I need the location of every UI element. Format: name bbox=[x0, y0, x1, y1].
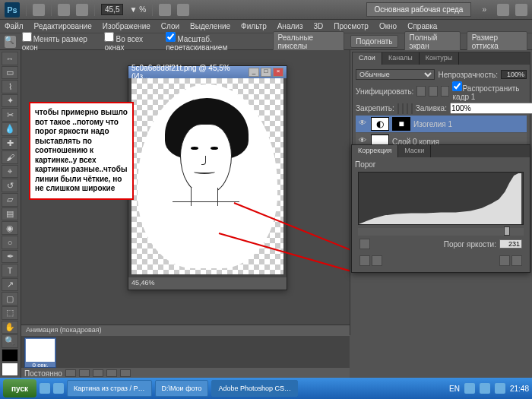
tab-layers[interactable]: Слои bbox=[353, 52, 382, 65]
dodge-tool-icon[interactable]: ○ bbox=[2, 236, 18, 249]
reset-icon[interactable] bbox=[499, 255, 510, 266]
stamp-tool-icon[interactable]: ⌖ bbox=[2, 165, 18, 179]
lasso-tool-icon[interactable]: ⌇ bbox=[2, 80, 18, 93]
opt-allwindows[interactable]: Во всех окнах bbox=[104, 32, 160, 52]
minimize-icon[interactable] bbox=[497, 4, 509, 16]
opacity-field[interactable] bbox=[501, 70, 527, 79]
window-max-icon[interactable]: □ bbox=[261, 68, 271, 77]
threshold-value-field[interactable] bbox=[499, 239, 522, 249]
opt-dragzoom[interactable]: Масштаб. перетаскиванием bbox=[166, 32, 266, 52]
eyedropper-tool-icon[interactable]: 💧 bbox=[2, 122, 18, 136]
lock-all-icon[interactable] bbox=[411, 103, 413, 114]
tray-icon[interactable] bbox=[495, 383, 505, 394]
menu-filter[interactable]: Фильтр bbox=[241, 22, 267, 30]
last-frame-icon[interactable] bbox=[120, 369, 131, 377]
hand-tool-icon[interactable]: ✋ bbox=[2, 321, 18, 334]
more-icon[interactable]: » bbox=[482, 5, 486, 14]
next-frame-icon[interactable] bbox=[106, 369, 117, 377]
crop-tool-icon[interactable]: ✂ bbox=[2, 108, 18, 122]
workspace-button[interactable]: Основная рабочая среда bbox=[366, 2, 472, 17]
shape-tool-icon[interactable]: ▢ bbox=[2, 292, 18, 306]
threshold-slider[interactable] bbox=[358, 228, 524, 236]
menu-analysis[interactable]: Анализ bbox=[277, 22, 303, 30]
menu-image[interactable]: Изображение bbox=[103, 22, 150, 30]
menu-view[interactable]: Просмотр bbox=[334, 22, 369, 30]
menu-3d[interactable]: 3D bbox=[313, 22, 323, 30]
threshold-panel[interactable]: Коррекция Маски Порог Порог яркости: bbox=[351, 144, 530, 273]
unify-icon[interactable] bbox=[441, 86, 450, 97]
delete-icon[interactable] bbox=[511, 255, 522, 266]
visibility-icon[interactable]: 👁 bbox=[357, 119, 368, 129]
language-indicator[interactable]: EN bbox=[449, 385, 460, 393]
first-frame-icon[interactable] bbox=[65, 369, 76, 377]
opt-resize[interactable]: Менять размер окон bbox=[22, 32, 99, 52]
play-icon[interactable] bbox=[93, 369, 103, 377]
eraser-tool-icon[interactable]: ▱ bbox=[2, 193, 18, 207]
tray-icon[interactable] bbox=[480, 383, 490, 394]
panel-icon[interactable] bbox=[359, 255, 370, 266]
menu-help[interactable]: Справка bbox=[407, 22, 437, 30]
menu-layer[interactable]: Слои bbox=[161, 22, 179, 30]
menu-window[interactable]: Окно bbox=[379, 22, 397, 30]
zoom-field[interactable]: 45,5 bbox=[101, 4, 123, 15]
move-tool-icon[interactable]: ↔ bbox=[2, 52, 18, 65]
clip-icon[interactable] bbox=[359, 239, 370, 249]
document-titlebar[interactable]: 5c0a6e8d8f21t.png @ 45,5% (Из… _ □ × bbox=[128, 66, 287, 78]
panel-icon[interactable] bbox=[372, 255, 382, 266]
menu-file[interactable]: Файл bbox=[5, 22, 24, 30]
close-icon[interactable] bbox=[515, 4, 527, 16]
lock-trans-icon[interactable] bbox=[397, 103, 399, 114]
opt-printsize[interactable]: Размер оттиска bbox=[467, 31, 527, 52]
tray-icon[interactable] bbox=[464, 383, 475, 394]
blur-tool-icon[interactable]: ◉ bbox=[2, 221, 18, 235]
document-window[interactable]: 5c0a6e8d8f21t.png @ 45,5% (Из… _ □ × bbox=[128, 65, 287, 290]
wand-tool-icon[interactable]: ✦ bbox=[2, 94, 18, 108]
layer-mask-icon[interactable]: ■ bbox=[392, 117, 410, 131]
taskbar-item[interactable]: D:\Мои фото bbox=[155, 380, 209, 397]
opt-fullscreen[interactable]: Полный экран bbox=[404, 31, 461, 52]
tab-masks[interactable]: Маски bbox=[398, 145, 431, 157]
opt-realpixels[interactable]: Реальные пикселы bbox=[273, 31, 345, 52]
unify-icon[interactable] bbox=[429, 86, 438, 97]
bridge-icon[interactable] bbox=[33, 4, 45, 16]
repeat-dropdown[interactable]: Постоянно bbox=[24, 369, 62, 378]
brush-tool-icon[interactable]: 🖌 bbox=[2, 150, 18, 164]
hand-icon[interactable] bbox=[159, 4, 171, 16]
clock[interactable]: 21:48 bbox=[510, 385, 529, 393]
type-tool-icon[interactable]: T bbox=[2, 264, 18, 277]
gradient-tool-icon[interactable]: ▤ bbox=[2, 207, 18, 221]
quicklaunch-icon[interactable] bbox=[40, 383, 50, 394]
fg-color-swatch[interactable] bbox=[2, 349, 18, 363]
start-button[interactable]: пуск bbox=[3, 379, 36, 397]
heal-tool-icon[interactable]: ✚ bbox=[2, 137, 18, 150]
tab-channels[interactable]: Каналы bbox=[382, 52, 420, 65]
tab-paths[interactable]: Контуры bbox=[420, 52, 459, 65]
blend-mode-select[interactable]: Обычные bbox=[356, 69, 435, 80]
animation-frame[interactable]: 0 сек. bbox=[24, 337, 56, 368]
quicklaunch-icon[interactable] bbox=[53, 383, 64, 394]
marquee-tool-icon[interactable]: ▭ bbox=[2, 66, 18, 80]
lock-image-icon[interactable] bbox=[402, 103, 404, 114]
taskbar-item[interactable]: Adobe Photoshop CS… bbox=[211, 380, 298, 397]
menu-select[interactable]: Выделение bbox=[190, 22, 230, 30]
tab-adjustments[interactable]: Коррекция bbox=[352, 145, 398, 157]
taskbar-item[interactable]: Картина из страз / Р… bbox=[67, 380, 152, 397]
viewmode-icon[interactable] bbox=[58, 4, 70, 16]
propagate-checkbox[interactable]: Распространить кадр 1 bbox=[452, 81, 527, 101]
window-min-icon[interactable]: _ bbox=[249, 68, 259, 77]
opt-fit[interactable]: Подогнать bbox=[350, 35, 397, 48]
layer-name[interactable]: Изогелия 1 bbox=[413, 120, 452, 128]
fill-field[interactable] bbox=[450, 103, 532, 114]
window-close-icon[interactable]: × bbox=[273, 68, 283, 77]
pen-tool-icon[interactable]: ✒ bbox=[2, 250, 18, 264]
unify-icon[interactable] bbox=[416, 86, 426, 97]
tool-preset-icon[interactable]: 🔍 bbox=[5, 36, 16, 48]
animation-tab[interactable]: Анимация (покадровая) bbox=[21, 325, 350, 336]
adjustment-thumb-icon[interactable]: ◐ bbox=[371, 117, 389, 131]
path-tool-icon[interactable]: ↗ bbox=[2, 278, 18, 292]
slider-thumb-icon[interactable] bbox=[504, 226, 510, 236]
arrange-icon[interactable] bbox=[177, 4, 189, 16]
menu-edit[interactable]: Редактирование bbox=[34, 22, 92, 30]
bg-color-swatch[interactable] bbox=[2, 363, 18, 376]
lock-pos-icon[interactable] bbox=[407, 103, 408, 114]
